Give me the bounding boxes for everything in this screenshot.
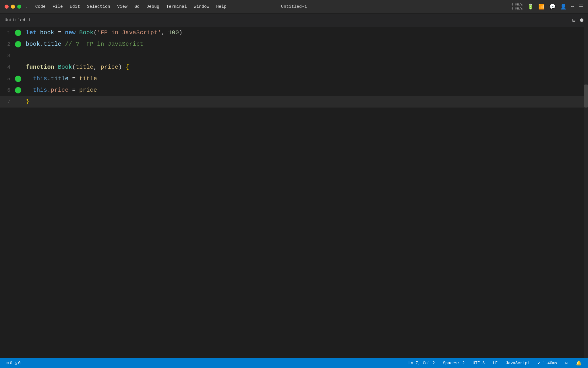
- error-icon: ⊗: [6, 361, 9, 365]
- code-token: ,: [161, 27, 168, 39]
- menu-view[interactable]: View: [114, 3, 130, 10]
- code-token: function: [26, 62, 58, 73]
- menu-help[interactable]: Help: [213, 3, 229, 10]
- menu-edit[interactable]: Edit: [67, 3, 83, 10]
- error-count: 0: [10, 361, 12, 365]
- traffic-lights: [5, 5, 21, 9]
- code-token: this: [33, 85, 47, 96]
- line-number: 1: [0, 27, 17, 39]
- code-token: ,: [94, 62, 101, 73]
- code-token: 'FP in JavaScript': [97, 27, 161, 39]
- table-row: 7}: [0, 96, 584, 108]
- table-row: 6 this.price = price: [0, 85, 584, 96]
- editor-main[interactable]: 1let book = new Book('FP in JavaScript',…: [0, 27, 584, 358]
- window-title: Untitled-1: [281, 4, 307, 9]
- menu-code[interactable]: Code: [32, 3, 49, 10]
- indentation[interactable]: Spaces: 2: [441, 360, 467, 366]
- code-token: title: [76, 62, 94, 73]
- maximize-button[interactable]: [17, 5, 21, 9]
- user-icon: 👤: [560, 3, 566, 10]
- notifications-bell[interactable]: 🔔: [574, 360, 583, 367]
- status-right: Ln 7, Col 2 Spaces: 2 UTF-8 LF JavaScrip…: [407, 360, 583, 367]
- cursor-position[interactable]: Ln 7, Col 2: [407, 360, 436, 366]
- line-number: 3: [0, 50, 17, 62]
- code-line-content[interactable]: book.title // ? FP in JavaScript: [24, 39, 143, 50]
- system-icons: 0 KB/s 0 KB/s 🔋 📶 💬 👤 ⋯ ☰: [512, 3, 583, 11]
- language-mode[interactable]: JavaScript: [504, 360, 531, 366]
- warning-count: 0: [18, 361, 20, 365]
- table-row: 4function Book(title, price) {: [0, 62, 584, 73]
- table-row: 1let book = new Book('FP in JavaScript',…: [0, 27, 584, 39]
- line-number: 7: [0, 96, 17, 108]
- code-token: {: [125, 62, 129, 73]
- battery-icon: 🔋: [527, 3, 534, 10]
- code-token: Book: [79, 27, 94, 39]
- code-line-content[interactable]: let book = new Book('FP in JavaScript', …: [24, 27, 183, 39]
- code-token: .price: [47, 85, 68, 96]
- code-token: .title: [40, 39, 61, 50]
- notification-icon: 💬: [549, 3, 556, 10]
- close-button[interactable]: [5, 5, 9, 9]
- code-token: (: [72, 62, 76, 73]
- code-token: [61, 39, 65, 50]
- line-ending[interactable]: LF: [491, 360, 499, 366]
- errors-indicator[interactable]: ⊗ 0 △ 0: [5, 360, 22, 366]
- code-token: (: [94, 27, 97, 39]
- code-token: [26, 85, 33, 96]
- menu-selection[interactable]: Selection: [84, 3, 113, 10]
- code-token: price: [79, 85, 97, 96]
- editor: 1let book = new Book('FP in JavaScript',…: [0, 27, 588, 358]
- code-token: book: [26, 39, 40, 50]
- code-token: ): [179, 27, 182, 39]
- list-icon: ☰: [579, 3, 583, 10]
- menu-file[interactable]: File: [50, 3, 66, 10]
- encoding[interactable]: UTF-8: [471, 360, 486, 366]
- code-line-content[interactable]: function Book(title, price) {: [24, 62, 129, 73]
- smiley-icon[interactable]: ☺: [563, 360, 570, 366]
- split-editor-icon[interactable]: ⊟: [572, 17, 575, 23]
- menu-go[interactable]: Go: [131, 3, 142, 10]
- warning-icon: △: [15, 361, 17, 365]
- unsaved-dot: [580, 18, 583, 22]
- scrollbar[interactable]: [584, 27, 588, 358]
- table-row: 3: [0, 50, 584, 62]
- minimize-button[interactable]: [11, 5, 15, 9]
- scrollbar-thumb[interactable]: [584, 85, 588, 108]
- line-number: 2: [0, 39, 17, 50]
- table-row: 2book.title // ? FP in JavaScript: [0, 39, 584, 50]
- line-number: 6: [0, 85, 17, 96]
- code-token: [26, 73, 33, 85]
- code-line-content[interactable]: this.price = price: [24, 85, 97, 96]
- code-token: =: [69, 85, 79, 96]
- status-left: ⊗ 0 △ 0: [5, 360, 22, 366]
- code-token: new: [65, 27, 79, 39]
- statusbar: ⊗ 0 △ 0 Ln 7, Col 2 Spaces: 2 UTF-8 LF J…: [0, 358, 588, 368]
- breakpoint-indicator[interactable]: [15, 41, 21, 47]
- tabbar-right: ⊟: [572, 17, 583, 23]
- menu-bar:  Code File Edit Selection View Go Debug…: [26, 3, 229, 10]
- menu-terminal[interactable]: Terminal: [163, 3, 190, 10]
- titlebar-left:  Code File Edit Selection View Go Debug…: [5, 3, 229, 10]
- wifi-icon: 📶: [538, 3, 545, 10]
- tab-untitled[interactable]: Untitled-1: [5, 18, 30, 23]
- line-number: 4: [0, 62, 17, 73]
- breakpoint-indicator[interactable]: [15, 76, 21, 82]
- breakpoint-indicator[interactable]: [15, 87, 21, 93]
- network-speed: 0 KB/s 0 KB/s: [512, 3, 523, 11]
- code-lines: 1let book = new Book('FP in JavaScript',…: [0, 27, 584, 108]
- titlebar:  Code File Edit Selection View Go Debug…: [0, 0, 588, 14]
- code-token: title: [79, 73, 97, 85]
- code-line-content[interactable]: }: [24, 96, 29, 108]
- code-token: book: [40, 27, 55, 39]
- apple-logo: : [26, 3, 29, 10]
- breakpoint-indicator[interactable]: [15, 30, 21, 36]
- code-token: price: [100, 62, 118, 73]
- code-token: 100: [168, 27, 179, 39]
- code-token: let: [26, 27, 40, 39]
- menu-window[interactable]: Window: [191, 3, 212, 10]
- table-row: 5 this.title = title: [0, 73, 584, 85]
- tabbar: Untitled-1 ⊟: [0, 14, 588, 27]
- code-line-content[interactable]: this.title = title: [24, 73, 97, 85]
- code-token: .title: [47, 73, 68, 85]
- menu-debug[interactable]: Debug: [144, 3, 162, 10]
